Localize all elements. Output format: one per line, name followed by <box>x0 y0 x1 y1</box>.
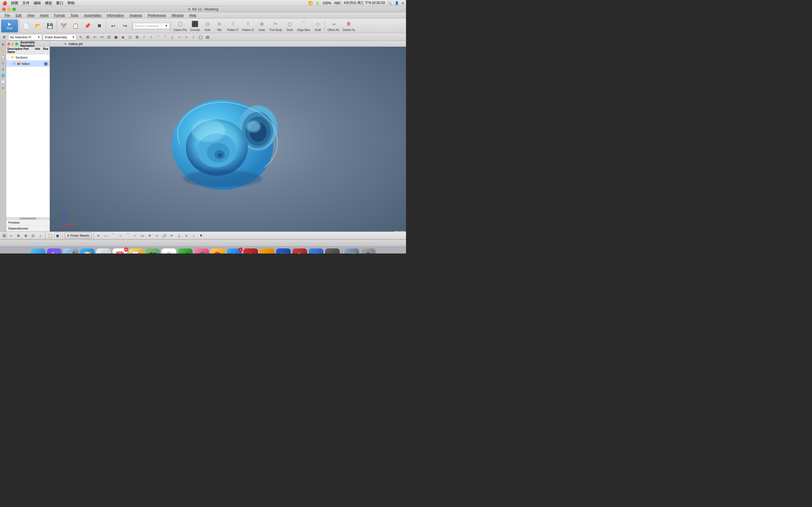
tool15[interactable]: ○ <box>176 34 183 40</box>
sketch-dim[interactable]: ↕ <box>191 232 197 238</box>
tool10[interactable]: / <box>141 34 147 40</box>
datum-plane-button[interactable]: ⬡ Datum Pla <box>172 19 188 33</box>
dock-facetime[interactable]: 📹 <box>178 248 193 254</box>
tool12[interactable]: ⌒ <box>155 34 161 40</box>
sidebar-icon-7[interactable]: 🕐 <box>0 79 6 84</box>
selection-filter-dropdown[interactable]: No Selection Fi ▼ <box>8 34 42 40</box>
tool13[interactable]: ⌒ <box>162 34 168 40</box>
shell-button[interactable]: ◻ Shell <box>284 19 295 33</box>
menu-edit[interactable]: Edit <box>13 13 24 18</box>
dock-pdf[interactable]: P <box>292 248 307 254</box>
menu-information[interactable]: Information <box>105 13 126 18</box>
sketch-icon-4[interactable]: ⊗ <box>22 232 29 238</box>
settings-icon[interactable]: ⚙ <box>1 34 7 40</box>
hole-button[interactable]: ⊙ Hole <box>202 19 213 33</box>
sketch-perp[interactable]: ⊥ <box>176 232 182 238</box>
dock-nx[interactable]: ✦ <box>260 248 274 254</box>
preview-button[interactable]: Preview <box>6 220 50 226</box>
tool19[interactable]: ▤ <box>204 34 211 40</box>
menu-analysis[interactable]: Analysis <box>127 13 144 18</box>
unite-button[interactable]: ⊕ Unite <box>256 19 267 33</box>
maximize-button[interactable] <box>12 8 16 11</box>
dock-trash[interactable]: 🗑 <box>361 248 375 254</box>
panel-max-btn[interactable] <box>15 43 18 45</box>
dock-xcode[interactable]: X <box>309 248 323 254</box>
vp-ctrl-1[interactable]: ⊡ <box>394 231 399 231</box>
sidebar-icon-1[interactable]: ⚙ <box>0 42 6 47</box>
dock-unknown[interactable]: ⊗ <box>325 248 340 254</box>
sketch-icon-8[interactable]: ▣ <box>54 232 61 238</box>
sketch-corner[interactable]: ⌐ <box>132 232 138 238</box>
menubar-item-bianji[interactable]: 编辑 <box>34 1 41 6</box>
delete-button[interactable]: ✖ <box>94 19 105 33</box>
dock-autocad[interactable]: A <box>243 248 258 254</box>
tool9[interactable]: ⊞ <box>134 34 140 40</box>
panel-close-btn[interactable] <box>7 43 10 45</box>
dock-siri[interactable]: 🔮 <box>47 248 62 254</box>
sketch-icon-6[interactable]: ↕ <box>37 232 43 238</box>
menubar-item-wenjian[interactable]: 文件 <box>22 1 30 6</box>
sketch-icon-3[interactable]: ⊕ <box>15 232 21 238</box>
sketch-plus[interactable]: + <box>154 232 160 238</box>
sketch-rect[interactable]: ▭ <box>139 232 146 238</box>
sidebar-icon-3[interactable]: 📋 <box>0 54 6 60</box>
tool8[interactable]: ◻ <box>127 34 133 40</box>
dock-notes[interactable]: 📝 <box>129 248 144 254</box>
sidebar-icon-5[interactable]: ℹ <box>0 66 6 72</box>
apple-menu[interactable]: 🍎 <box>2 1 7 5</box>
extrude-button[interactable]: ⬛ Extrude <box>189 19 201 33</box>
nav-scrollbar[interactable] <box>6 217 50 219</box>
sketch-line[interactable]: — <box>103 232 109 238</box>
sidebar-icon-8[interactable]: ≡ <box>0 85 6 91</box>
menu-window[interactable]: Window <box>169 13 186 18</box>
select-icon[interactable]: ↖ <box>78 34 84 40</box>
tool6[interactable]: ▣ <box>113 34 119 40</box>
sketch-icon-7[interactable]: 📋 <box>47 232 53 238</box>
tool7[interactable]: ◈ <box>120 34 126 40</box>
tool16[interactable]: + <box>183 34 190 40</box>
delete-face-button[interactable]: 🗑 Delete Fa <box>342 19 356 33</box>
dock-folder[interactable]: 📁 <box>345 248 359 254</box>
viewport-3d-area[interactable]: Z X Y ⊡ ≡ <box>50 47 406 231</box>
close-button[interactable] <box>2 8 6 11</box>
vp-ctrl-2[interactable]: ≡ <box>400 231 405 231</box>
dock-itunes[interactable]: 🎵 <box>194 248 209 254</box>
find-command-input[interactable]: Find a Command ▼ <box>133 23 170 29</box>
menubar-item-zhuatu[interactable]: 抓图 <box>11 1 18 6</box>
panel-min-btn[interactable] <box>11 43 14 45</box>
dock-finder[interactable]: 🗂 <box>31 248 45 254</box>
sketch-spline[interactable]: 🔗 <box>161 232 167 238</box>
menubar-item-chuangkou[interactable]: 窗口 <box>56 1 63 6</box>
vp-btn-1[interactable] <box>52 43 55 45</box>
trim-body-button[interactable]: ✂ Trim Body <box>268 19 283 33</box>
dock-word[interactable]: W <box>276 248 291 254</box>
draft-button[interactable]: ◇ Draft <box>312 19 323 33</box>
sidebar-icon-2[interactable]: 📐 <box>0 48 6 54</box>
vp-btn-3[interactable] <box>59 43 62 45</box>
search-icon[interactable]: 🔍 <box>388 1 392 5</box>
tool11[interactable]: \ <box>148 34 154 40</box>
assembly-filter-dropdown[interactable]: Entire Assembly ▼ <box>43 34 77 40</box>
dock-photos[interactable]: 🌸 <box>161 248 176 254</box>
nav-row-hailuo[interactable]: — ☑ 📦 hailuo ▣ <box>6 60 50 67</box>
sketch-icon-5[interactable]: ⊡ <box>30 232 36 238</box>
sketch-more[interactable]: ▼ <box>198 232 204 238</box>
dock-appstore[interactable]: A 1 <box>227 248 242 254</box>
sidebar-icon-6[interactable]: 🌐 <box>0 73 6 78</box>
new-button[interactable]: 📄 <box>20 19 32 33</box>
sketch-icon-1[interactable]: ⊞ <box>2 233 7 238</box>
pattern-f-button[interactable]: ⠿ Pattern F <box>225 19 240 33</box>
vp-btn-2[interactable] <box>56 43 58 45</box>
dock-launchpad[interactable]: 🚀 <box>63 248 78 254</box>
save-button[interactable]: 💾 <box>44 19 56 33</box>
start-button[interactable]: ▶ Start <box>1 19 18 33</box>
expand-icon[interactable]: ⊞ <box>85 34 91 40</box>
menu-icon[interactable]: ≡ <box>402 1 404 5</box>
pattern-g-button[interactable]: ⠿ Pattern G <box>241 19 255 33</box>
sidebar-icon-9[interactable]: ⚡ <box>0 91 6 97</box>
tool3[interactable]: ↩ <box>92 34 98 40</box>
menu-preferences[interactable]: Preferences <box>146 13 168 18</box>
menubar-item-bangzhu[interactable]: 帮助 <box>67 1 75 6</box>
sketch-cross[interactable]: ✕ <box>147 232 153 238</box>
nav-row-sections[interactable]: — 📁 Sections <box>6 54 50 60</box>
